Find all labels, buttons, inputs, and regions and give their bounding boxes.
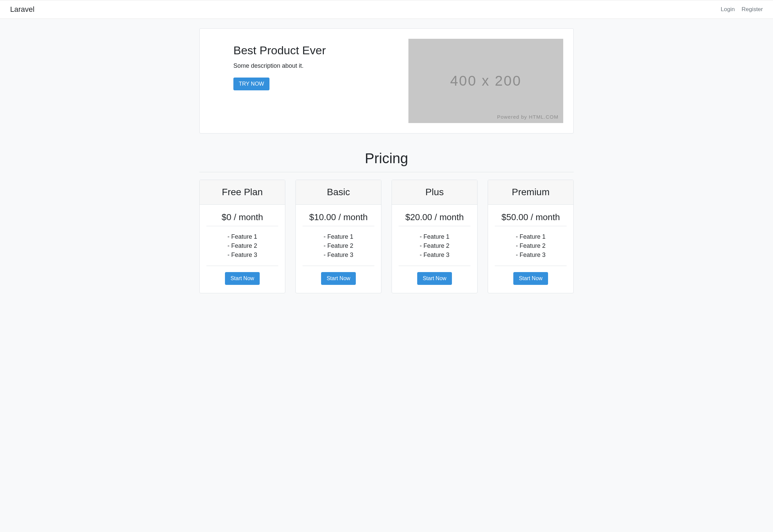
plan-card: Premium$50.00 / month- Feature 1- Featur…	[488, 180, 574, 293]
start-now-button[interactable]: Start Now	[417, 272, 452, 285]
hero-card: Best Product Ever Some description about…	[199, 28, 574, 134]
plan-name: Plus	[396, 187, 473, 198]
start-now-button[interactable]: Start Now	[513, 272, 548, 285]
plan-feature: - Feature 3	[399, 250, 470, 260]
placeholder-image: 400 x 200 Powered by HTML.COM	[408, 39, 563, 123]
plan-header: Premium	[488, 180, 573, 205]
brand-link[interactable]: Laravel	[10, 5, 34, 14]
placeholder-credit: Powered by HTML.COM	[497, 114, 559, 120]
plan-feature: - Feature 2	[303, 241, 374, 250]
register-link[interactable]: Register	[742, 6, 763, 13]
plan-divider	[399, 266, 470, 266]
plan-feature: - Feature 3	[303, 250, 374, 260]
hero-title: Best Product Ever	[233, 44, 388, 57]
plan-body: $10.00 / month- Feature 1- Feature 2- Fe…	[296, 205, 381, 293]
plan-features: - Feature 1- Feature 2- Feature 3	[495, 232, 567, 260]
pricing-title: Pricing	[199, 150, 574, 172]
plan-header: Free Plan	[200, 180, 285, 205]
plan-feature: - Feature 1	[495, 232, 567, 241]
hero-content: Best Product Ever Some description about…	[210, 39, 388, 90]
hero-description: Some description about it.	[233, 62, 388, 69]
plan-card: Free Plan$0 / month- Feature 1- Feature …	[199, 180, 285, 293]
plan-price: $50.00 / month	[495, 212, 567, 223]
plan-feature: - Feature 2	[495, 241, 567, 250]
try-now-button[interactable]: TRY NOW	[233, 78, 269, 90]
plan-divider	[399, 226, 470, 226]
plan-feature: - Feature 3	[495, 250, 567, 260]
pricing-section: Pricing Free Plan$0 / month- Feature 1- …	[199, 150, 574, 293]
placeholder-dimensions: 400 x 200	[450, 73, 522, 89]
login-link[interactable]: Login	[721, 6, 735, 13]
plan-body: $50.00 / month- Feature 1- Feature 2- Fe…	[488, 205, 573, 293]
navbar: Laravel Login Register	[0, 0, 773, 19]
plan-divider	[303, 226, 374, 226]
plan-price: $0 / month	[206, 212, 278, 223]
plan-divider	[303, 266, 374, 266]
plan-feature: - Feature 1	[399, 232, 470, 241]
plan-features: - Feature 1- Feature 2- Feature 3	[206, 232, 278, 260]
start-now-button[interactable]: Start Now	[225, 272, 259, 285]
plan-feature: - Feature 1	[303, 232, 374, 241]
nav-links: Login Register	[721, 6, 763, 13]
plan-feature: - Feature 2	[206, 241, 278, 250]
plan-card: Plus$20.00 / month- Feature 1- Feature 2…	[392, 180, 478, 293]
plan-feature: - Feature 2	[399, 241, 470, 250]
pricing-divider	[199, 172, 574, 172]
plan-features: - Feature 1- Feature 2- Feature 3	[399, 232, 470, 260]
plan-name: Basic	[300, 187, 377, 198]
plan-header: Plus	[392, 180, 477, 205]
plan-features: - Feature 1- Feature 2- Feature 3	[303, 232, 374, 260]
plan-header: Basic	[296, 180, 381, 205]
start-now-button[interactable]: Start Now	[321, 272, 355, 285]
plan-body: $0 / month- Feature 1- Feature 2- Featur…	[200, 205, 285, 293]
plan-name: Free Plan	[204, 187, 281, 198]
plan-divider	[206, 266, 278, 266]
plan-price: $20.00 / month	[399, 212, 470, 223]
plan-divider	[495, 266, 567, 266]
plan-card: Basic$10.00 / month- Feature 1- Feature …	[295, 180, 381, 293]
plan-feature: - Feature 3	[206, 250, 278, 260]
plan-name: Premium	[492, 187, 569, 198]
plan-divider	[495, 226, 567, 226]
hero-image-wrap: 400 x 200 Powered by HTML.COM	[408, 39, 563, 123]
plans-row: Free Plan$0 / month- Feature 1- Feature …	[199, 180, 574, 293]
plan-price: $10.00 / month	[303, 212, 374, 223]
plan-body: $20.00 / month- Feature 1- Feature 2- Fe…	[392, 205, 477, 293]
plan-feature: - Feature 1	[206, 232, 278, 241]
plan-divider	[206, 226, 278, 226]
